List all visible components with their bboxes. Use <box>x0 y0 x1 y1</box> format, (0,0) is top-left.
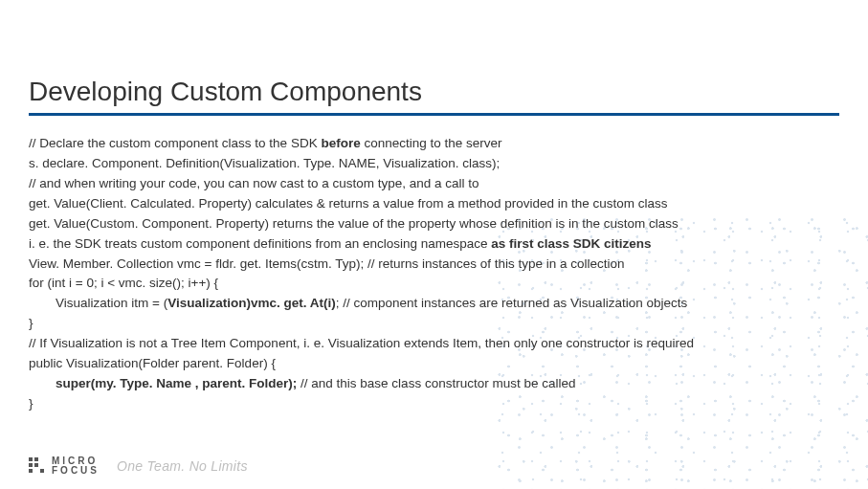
text: Visualization itm = ( <box>56 296 167 310</box>
title-block: Developing Custom Components <box>29 77 839 116</box>
slide-title: Developing Custom Components <box>29 77 839 107</box>
text-bold: super(my. Type. Name , parent. Folder); <box>56 376 297 390</box>
text: // and this base class constructor must … <box>297 376 575 390</box>
code-line: } <box>29 394 839 414</box>
logo-text: MICRO FOCUS <box>52 456 100 477</box>
text-bold: as first class SDK citizens <box>491 236 651 251</box>
text-bold: before <box>321 136 360 150</box>
code-line: s. declare. Component. Definition(Visual… <box>29 154 839 174</box>
code-line: for (int i = 0; i < vmc. size(); i++) { <box>29 274 839 294</box>
code-line: get. Value(Client. Calculated. Property)… <box>29 194 839 214</box>
code-line: get. Value(Custom. Component. Property) … <box>29 214 839 234</box>
microfocus-logo: MICRO FOCUS <box>29 456 100 477</box>
text-bold: Visualization)vmc. get. At(i) <box>167 296 336 310</box>
text: ; // component instances are returned as… <box>336 296 687 310</box>
code-line: // Declare the custom component class to… <box>29 134 839 154</box>
slide-body: // Declare the custom component class to… <box>29 134 839 414</box>
code-line: Visualization itm = (Visualization)vmc. … <box>29 294 839 314</box>
code-line: super(my. Type. Name , parent. Folder); … <box>29 374 839 394</box>
code-line: // If Visualization is not a Tree Item C… <box>29 334 839 354</box>
logo-line2: FOCUS <box>52 466 100 477</box>
code-line: // and when writing your code, you can n… <box>29 174 839 194</box>
footer: MICRO FOCUS One Team. No Limits <box>0 443 868 489</box>
code-line: } <box>29 314 839 334</box>
title-underline <box>29 113 839 116</box>
logo-mark-icon <box>29 457 46 475</box>
slide: Developing Custom Components // Declare … <box>0 0 868 489</box>
text: // Declare the custom component class to… <box>29 136 321 150</box>
text: i. e. the SDK treats custom component de… <box>29 236 491 251</box>
code-line: public Visualization(Folder parent. Fold… <box>29 354 839 374</box>
text: connecting to the server <box>361 136 502 150</box>
code-line: View. Member. Collection vmc = fldr. get… <box>29 255 839 275</box>
footer-tagline: One Team. No Limits <box>117 458 248 474</box>
code-line: i. e. the SDK treats custom component de… <box>29 234 839 255</box>
